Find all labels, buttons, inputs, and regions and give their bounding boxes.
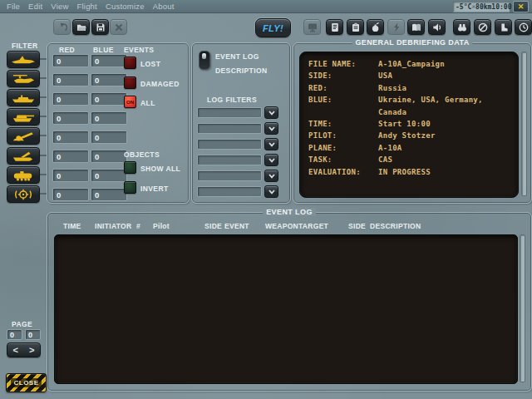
close-button-label: CLOSE bbox=[11, 378, 41, 387]
filter-train-button[interactable] bbox=[7, 166, 40, 184]
objects-show-all-toggle[interactable] bbox=[124, 161, 136, 174]
book-button[interactable] bbox=[407, 19, 425, 35]
debriefing-window: File Edit View Flight Customize About -5… bbox=[0, 0, 532, 399]
log-filter-select-2[interactable] bbox=[197, 123, 262, 134]
event-log-mode-label: EVENT LOG bbox=[215, 52, 259, 61]
log-filters-panel: EVENT LOG DESCRIPTION LOG FILTERS bbox=[191, 42, 291, 204]
filter-helicopter-button[interactable] bbox=[7, 70, 40, 87]
speaker-icon bbox=[432, 22, 442, 32]
restrict-button[interactable] bbox=[474, 19, 491, 35]
notes-icon bbox=[330, 22, 340, 32]
connector-tick bbox=[40, 96, 47, 98]
log-filter-select-6[interactable] bbox=[197, 186, 262, 197]
search-units-button[interactable] bbox=[453, 19, 470, 35]
menu-edit[interactable]: Edit bbox=[24, 2, 47, 11]
save-file-button[interactable] bbox=[91, 19, 109, 35]
blue-counts-column: 0 0 0 0 0 0 0 0 bbox=[91, 54, 127, 201]
red-count-field: 0 bbox=[52, 92, 89, 106]
open-file-button[interactable] bbox=[72, 19, 90, 35]
field-value: Russia bbox=[378, 82, 406, 94]
filter-fighter-button[interactable] bbox=[7, 51, 40, 68]
briefing-button[interactable] bbox=[347, 19, 364, 35]
event-log-list bbox=[54, 234, 518, 384]
col-weapon: WEAPON bbox=[265, 222, 298, 230]
log-filter-select-1[interactable] bbox=[197, 107, 262, 118]
log-filter-dropdown-button-2[interactable] bbox=[264, 122, 278, 135]
log-filters-label: LOG FILTERS bbox=[207, 96, 257, 104]
target-icon bbox=[10, 189, 37, 200]
field-label: EVALUATION: bbox=[308, 166, 378, 178]
menu-file[interactable]: File bbox=[2, 2, 24, 11]
red-column-label: RED bbox=[59, 46, 75, 54]
filter-label: FILTER bbox=[12, 42, 38, 50]
col-side-2: SIDE bbox=[348, 222, 366, 230]
bomb-button[interactable] bbox=[367, 19, 384, 35]
log-filter-select-3[interactable] bbox=[197, 139, 262, 150]
close-file-button bbox=[110, 19, 127, 35]
clipboard-icon bbox=[351, 22, 361, 32]
filter-artillery-button[interactable] bbox=[7, 127, 40, 145]
log-filter-dropdown-button-5[interactable] bbox=[264, 170, 278, 182]
page-next-button[interactable]: > bbox=[24, 343, 41, 357]
view-mode-toggle[interactable] bbox=[199, 51, 210, 70]
description-mode-label: DESCRIPTION bbox=[215, 66, 268, 75]
bomb-icon bbox=[371, 22, 381, 32]
filter-tank-button[interactable] bbox=[7, 108, 40, 126]
window-close-button[interactable]: ✕ bbox=[513, 1, 529, 12]
field-label: FILE NAME: bbox=[308, 58, 378, 70]
lightning-icon bbox=[392, 22, 401, 32]
visibility-value: 80km bbox=[475, 3, 491, 11]
log-filter-dropdown-button-4[interactable] bbox=[264, 154, 278, 166]
events-damaged-toggle[interactable] bbox=[124, 76, 136, 89]
artillery-icon bbox=[10, 131, 37, 142]
red-count-field: 0 bbox=[52, 111, 89, 125]
event-log-scrollbar[interactable] bbox=[520, 234, 525, 382]
log-filter-select-4[interactable] bbox=[197, 155, 262, 165]
filter-ship-button[interactable] bbox=[7, 89, 40, 106]
boot-button[interactable] bbox=[495, 19, 512, 35]
menu-view[interactable]: View bbox=[47, 2, 72, 11]
fly-button[interactable]: FLY! bbox=[255, 18, 291, 37]
menu-customize[interactable]: Customize bbox=[101, 2, 149, 11]
field-value: IN PROGRESS bbox=[378, 166, 431, 178]
field-value: A-10A bbox=[378, 142, 402, 154]
connector-tick bbox=[40, 58, 47, 60]
debriefing-data-text: FILE NAME:A-10A_Campaign SIDE:USA RED:Ru… bbox=[308, 58, 513, 178]
clock-icon bbox=[519, 22, 529, 32]
log-filter-dropdown-button-6[interactable] bbox=[264, 185, 278, 198]
col-initiator: INITIATOR bbox=[95, 222, 131, 230]
binoculars-icon bbox=[457, 22, 467, 32]
monitor-icon bbox=[308, 22, 318, 32]
ship-icon bbox=[10, 92, 37, 104]
events-lost-toggle[interactable] bbox=[124, 57, 136, 69]
sound-button[interactable] bbox=[428, 19, 446, 35]
menu-about[interactable]: About bbox=[149, 2, 179, 11]
red-count-field: 0 bbox=[52, 169, 89, 182]
log-filter-dropdown-button-3[interactable] bbox=[264, 138, 278, 150]
page-prev-button[interactable]: < bbox=[7, 343, 24, 357]
field-label: SIDE: bbox=[308, 70, 378, 81]
red-count-field: 0 bbox=[52, 188, 89, 201]
filter-target-button[interactable] bbox=[7, 185, 40, 203]
col-number: # bbox=[136, 222, 140, 230]
debriefing-data-screen: FILE NAME:A-10A_Campaign SIDE:USA RED:Ru… bbox=[299, 52, 519, 198]
field-label: TASK: bbox=[308, 154, 378, 165]
connector-tick bbox=[40, 116, 47, 117]
objects-invert-toggle[interactable] bbox=[124, 181, 136, 194]
red-count-field: 0 bbox=[52, 73, 89, 86]
log-filter-select-5[interactable] bbox=[197, 170, 262, 181]
log-filter-dropdown-button-1[interactable] bbox=[264, 106, 278, 119]
red-count-field: 0 bbox=[52, 131, 89, 144]
events-all-toggle[interactable]: ON bbox=[124, 96, 136, 108]
debrief-row: RED:Russia bbox=[308, 82, 513, 94]
menu-flight[interactable]: Flight bbox=[73, 2, 101, 11]
time-button[interactable] bbox=[515, 19, 532, 35]
connector-tick bbox=[40, 135, 47, 136]
objects-section-label: OBJECTS bbox=[124, 150, 160, 159]
debrief-scrollbar[interactable] bbox=[521, 52, 527, 196]
weather-status-display: -5°C☼80km10:00 bbox=[453, 2, 510, 12]
filter-air-defence-button[interactable] bbox=[7, 147, 40, 165]
col-description: DESCRIPTION bbox=[370, 222, 421, 230]
close-button[interactable]: CLOSE bbox=[6, 373, 47, 392]
notes-button[interactable] bbox=[326, 19, 343, 35]
